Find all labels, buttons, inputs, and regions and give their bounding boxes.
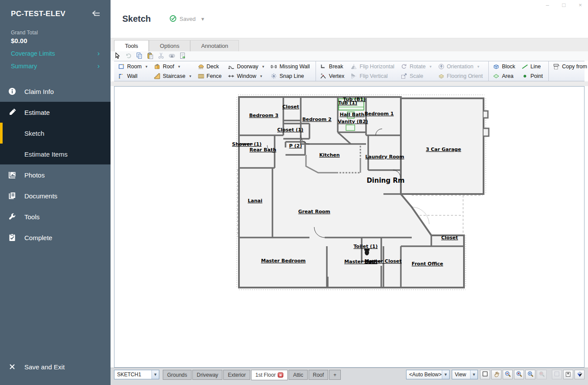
level-tab-attic[interactable]: Attic: [289, 370, 307, 380]
visibility-button[interactable]: [168, 52, 176, 60]
sidebar-item-photos[interactable]: Photos: [0, 164, 111, 185]
close-button[interactable]: ×: [578, 2, 582, 8]
sidebar-item-tools[interactable]: Tools: [0, 206, 111, 227]
new-view-button[interactable]: [563, 370, 573, 379]
maximize-button[interactable]: □: [562, 2, 566, 8]
save-and-exit-button[interactable]: Save and Exit: [0, 355, 111, 379]
tool-block[interactable]: Block: [491, 62, 519, 71]
minimize-button[interactable]: –: [546, 2, 549, 8]
room-label: Vanity (B2): [338, 119, 368, 124]
page-header: Sketch Saved ▾: [111, 0, 588, 38]
tool-scale[interactable]: Scale: [398, 71, 435, 81]
tool-missing-wall[interactable]: Missing Wall: [268, 62, 314, 71]
page-title: Sketch: [122, 14, 151, 24]
chevron-down-icon[interactable]: ▾: [262, 64, 265, 69]
tool-wall[interactable]: Wall: [116, 71, 151, 81]
level-tab-roof[interactable]: Roof: [309, 370, 328, 380]
tab-annotation[interactable]: Annotation: [190, 40, 239, 51]
tab-options[interactable]: Options: [149, 40, 190, 51]
point-icon: [521, 73, 528, 80]
chevron-down-icon[interactable]: ▾: [145, 64, 148, 69]
sidebar-item-complete[interactable]: Complete: [0, 227, 111, 248]
tool-rotate[interactable]: Rotate▾: [398, 62, 435, 71]
collapse-sidebar-icon[interactable]: [91, 10, 101, 18]
room-icon: [118, 63, 125, 70]
tool-flooring-orient[interactable]: Flooring Orient: [436, 71, 487, 81]
sidebar-item-estimate-items[interactable]: Estimate Items: [0, 144, 111, 164]
sheet-selector[interactable]: SKETCH1 ▼: [114, 370, 159, 379]
tool-label: Room: [127, 64, 141, 70]
tool-orientation[interactable]: Orientation▾: [436, 62, 487, 71]
zoom-out-button[interactable]: [503, 370, 513, 379]
tool-doorway[interactable]: Doorway▾: [225, 62, 268, 71]
view-3d-button[interactable]: [575, 370, 585, 379]
cursor-button[interactable]: [114, 52, 121, 60]
room-label: Rear Bath: [249, 147, 276, 153]
level-tab-exterior[interactable]: Exterior: [223, 370, 250, 380]
tool-room[interactable]: Room▾: [116, 62, 151, 71]
tool-fence[interactable]: Fence: [195, 71, 226, 81]
tool-point[interactable]: Point: [519, 71, 547, 81]
save-status[interactable]: Saved ▾: [169, 15, 204, 23]
sidebar-item-claim-info[interactable]: Claim Info: [0, 81, 111, 102]
tool-window[interactable]: Window▾: [225, 71, 268, 81]
underlay-toggle-icon: [554, 371, 560, 378]
select-rect-button[interactable]: [480, 370, 490, 379]
zoom-extents-button[interactable]: [525, 370, 535, 379]
tool-flip-vertical[interactable]: Flip Vertical: [348, 71, 398, 81]
tool-vertex[interactable]: Vertex: [318, 71, 348, 81]
sidebar-item-sketch[interactable]: Sketch: [0, 123, 111, 144]
tab-options-label: Options: [160, 43, 179, 49]
underlay-toggle-button[interactable]: [552, 370, 562, 379]
vertex-icon: [320, 73, 327, 80]
zoom-in-button[interactable]: [514, 370, 524, 379]
view-selector[interactable]: View ▼: [452, 370, 478, 379]
underlay-badge-icon[interactable]: [278, 372, 283, 378]
tool-deck[interactable]: Deck: [195, 62, 226, 71]
cut-button[interactable]: [157, 52, 165, 60]
level-tab-driveway[interactable]: Driveway: [192, 370, 222, 380]
pan-hand-button[interactable]: [491, 370, 501, 379]
add-level-tab-button[interactable]: +: [329, 370, 341, 380]
sidebar-item-estimate[interactable]: Estimate: [0, 102, 111, 123]
chevron-down-icon[interactable]: ▾: [178, 64, 180, 69]
copy-button[interactable]: [135, 52, 143, 60]
tool-line[interactable]: Line: [519, 62, 547, 71]
pan-hand-icon: [493, 371, 500, 379]
tool-break[interactable]: Break: [318, 62, 348, 71]
tool-area[interactable]: Area: [491, 71, 519, 81]
tool-roof[interactable]: Roof▾: [151, 62, 195, 71]
chevron-right-icon: ›: [97, 50, 100, 57]
chevron-down-icon[interactable]: ▾: [201, 16, 204, 22]
tool-flip-horizontal[interactable]: Flip Horizontal: [348, 62, 398, 71]
rotate-icon: [400, 63, 407, 70]
tool-staircase[interactable]: Staircase▾: [151, 71, 195, 81]
sidebar-active-group: EstimateSketchEstimate Items: [0, 102, 111, 164]
break-icon: [320, 63, 327, 70]
room-label: Front Office: [412, 261, 443, 267]
paste-button[interactable]: [146, 52, 154, 60]
zoom-window-button[interactable]: [537, 370, 547, 379]
tool-snap-line[interactable]: Snap Line: [268, 71, 314, 81]
chevron-down-icon[interactable]: ▾: [189, 74, 192, 78]
wall-icon: [118, 73, 125, 80]
chevron-down-icon[interactable]: ▾: [430, 64, 432, 69]
tool-label: Break: [329, 64, 343, 70]
tool-label: Flip Horizontal: [360, 64, 394, 70]
chevron-down-icon[interactable]: ▾: [477, 64, 480, 69]
level-tab-1st-floor[interactable]: 1st Floor: [251, 370, 288, 380]
sketch-canvas[interactable]: ClosetBedroom 3Bedroom 2Tub (B1)Tub (1)H…: [114, 86, 585, 368]
cut-icon: [158, 52, 165, 60]
tool-label: Roof: [163, 64, 174, 70]
sidebar-item-documents[interactable]: Documents: [0, 185, 111, 206]
tab-tools[interactable]: Tools: [114, 40, 149, 51]
export-button[interactable]: [179, 52, 187, 60]
coverage-limits-link[interactable]: Coverage Limits ›: [11, 50, 100, 57]
level-tab-grounds[interactable]: Grounds: [163, 370, 192, 380]
auto-below-selector[interactable]: <Auto Below> ▼: [406, 370, 450, 379]
chevron-down-icon[interactable]: ▾: [260, 74, 262, 78]
undo-button[interactable]: [124, 52, 132, 60]
room-label: Kitchen: [319, 152, 339, 158]
summary-link[interactable]: Summary ›: [11, 63, 100, 70]
tool-copy-from-underlay[interactable]: Copy from Underlay: [551, 62, 588, 71]
